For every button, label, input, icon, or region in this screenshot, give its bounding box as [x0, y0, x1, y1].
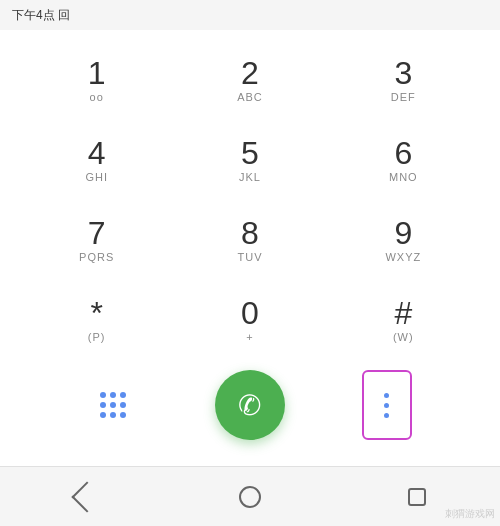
dial-number-9: 9 [394, 217, 412, 249]
dial-letters-0: + [246, 331, 253, 343]
dialpad-grid: 1oo2ABC3DEF4GHI5JKL6MNO7PQRS8TUV9WXYZ*(P… [20, 40, 480, 360]
action-row: ✆ [20, 360, 480, 450]
dial-number-5: 5 [241, 137, 259, 169]
recents-button[interactable] [392, 472, 442, 522]
dial-letters-5: JKL [239, 171, 261, 183]
recents-icon [408, 488, 426, 506]
top-bar: 下午4点 回 [0, 0, 500, 30]
dialpad-container: 1oo2ABC3DEF4GHI5JKL6MNO7PQRS8TUV9WXYZ*(P… [0, 30, 500, 466]
dot-8 [110, 412, 116, 418]
dial-number-2: 2 [241, 57, 259, 89]
dial-number-7: 7 [88, 217, 106, 249]
dial-letters-3: DEF [391, 91, 416, 103]
dial-number-1: 1 [88, 57, 106, 89]
dot-1 [100, 392, 106, 398]
dial-letters-9: WXYZ [385, 251, 421, 263]
dot-5 [110, 402, 116, 408]
dial-number-4: 4 [88, 137, 106, 169]
dial-key-#[interactable]: #(W) [327, 280, 480, 360]
dot-3 [120, 392, 126, 398]
home-button[interactable] [225, 472, 275, 522]
dial-key-9[interactable]: 9WXYZ [327, 200, 480, 280]
dot-9 [120, 412, 126, 418]
dial-key-1[interactable]: 1oo [20, 40, 173, 120]
dial-number-3: 3 [394, 57, 412, 89]
dial-key-5[interactable]: 5JKL [173, 120, 326, 200]
dial-key-8[interactable]: 8TUV [173, 200, 326, 280]
dial-letters-*: (P) [88, 331, 106, 343]
more-dot-2 [384, 403, 389, 408]
back-button[interactable] [58, 472, 108, 522]
dial-key-4[interactable]: 4GHI [20, 120, 173, 200]
dial-key-*[interactable]: *(P) [20, 280, 173, 360]
more-dot-1 [384, 393, 389, 398]
dot-7 [100, 412, 106, 418]
top-bar-time: 下午4点 回 [12, 7, 70, 24]
dial-letters-8: TUV [237, 251, 262, 263]
dial-key-7[interactable]: 7PQRS [20, 200, 173, 280]
dial-letters-2: ABC [237, 91, 263, 103]
dial-key-2[interactable]: 2ABC [173, 40, 326, 120]
dial-key-3[interactable]: 3DEF [327, 40, 480, 120]
more-icon [384, 393, 389, 418]
phone-icon: ✆ [238, 389, 261, 422]
dial-letters-4: GHI [85, 171, 108, 183]
dot-4 [100, 402, 106, 408]
home-icon [239, 486, 261, 508]
dial-letters-7: PQRS [79, 251, 114, 263]
dot-2 [110, 392, 116, 398]
dial-letters-6: MNO [389, 171, 418, 183]
dial-letters-1: oo [90, 91, 104, 103]
dial-number-#: # [394, 297, 412, 329]
dial-number-8: 8 [241, 217, 259, 249]
dialpad-toggle-button[interactable] [88, 380, 138, 430]
back-icon [72, 481, 103, 512]
dial-key-6[interactable]: 6MNO [327, 120, 480, 200]
dial-letters-#: (W) [393, 331, 414, 343]
more-dot-3 [384, 413, 389, 418]
dial-number-0: 0 [241, 297, 259, 329]
nav-bar [0, 466, 500, 526]
dial-key-0[interactable]: 0+ [173, 280, 326, 360]
more-options-button[interactable] [362, 370, 412, 440]
call-button[interactable]: ✆ [215, 370, 285, 440]
dialpad-icon [100, 392, 126, 418]
dial-number-6: 6 [394, 137, 412, 169]
dial-number-*: * [90, 297, 102, 329]
watermark: 刺猬游戏网 [445, 507, 495, 521]
dot-6 [120, 402, 126, 408]
